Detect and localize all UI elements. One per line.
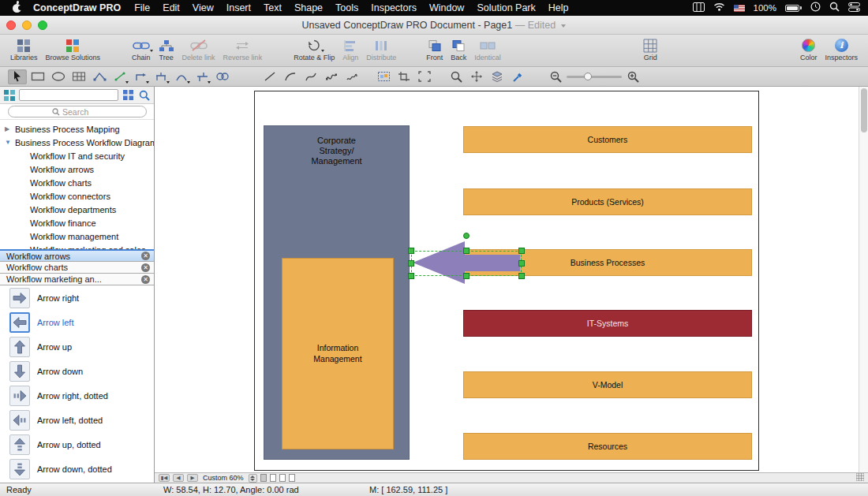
tree-item-workflow-arrows[interactable]: Workflow arrows xyxy=(0,162,154,176)
shape-products-services[interactable]: Products (Services) xyxy=(463,188,752,215)
menu-insert[interactable]: Insert xyxy=(220,2,257,13)
fullscreen-button[interactable] xyxy=(38,21,47,30)
panel-search-button[interactable] xyxy=(137,88,152,102)
selection-handle[interactable] xyxy=(408,260,414,267)
tree-item-workflow-charts[interactable]: Workflow charts xyxy=(0,176,154,189)
close-library-icon[interactable]: ✕ xyxy=(141,263,150,272)
shape-item-arrow-left[interactable]: Arrow left xyxy=(0,310,154,334)
shape-item-arrow-right-dotted[interactable]: Arrow right, dotted xyxy=(0,383,154,408)
tree-item-workflow-connectors[interactable]: Workflow connectors xyxy=(0,189,154,203)
menu-help[interactable]: Help xyxy=(542,2,575,13)
shape-it-systems[interactable]: IT-Systems xyxy=(463,310,752,337)
tree-item-workflow-marketing-sales[interactable]: Workflow marketing and sales xyxy=(0,243,154,249)
document-page[interactable]: Corporate Strategy/ Management Informati… xyxy=(254,91,759,471)
layers-tool[interactable] xyxy=(488,69,507,84)
shape-v-model[interactable]: V-Model xyxy=(463,371,752,398)
libraries-button[interactable]: Libraries xyxy=(6,36,42,62)
page-tab[interactable] xyxy=(270,474,276,482)
delete-link-button[interactable]: Delete link xyxy=(178,36,219,62)
menu-tools[interactable]: Tools xyxy=(329,2,365,13)
close-library-icon[interactable]: ✕ xyxy=(141,252,150,260)
canvas-viewport[interactable]: Corporate Strategy/ Management Informati… xyxy=(155,87,868,472)
distribute-button[interactable]: Distribute xyxy=(362,36,400,62)
rectangle-tool[interactable] xyxy=(28,69,47,84)
ellipse-tool[interactable] xyxy=(49,69,68,84)
library-list-button[interactable] xyxy=(2,88,17,102)
identical-button[interactable]: Identical xyxy=(470,36,505,62)
menu-text[interactable]: Text xyxy=(257,2,288,13)
crop-tool[interactable] xyxy=(395,69,413,84)
rotation-handle[interactable] xyxy=(463,233,470,239)
eyedropper-tool[interactable] xyxy=(508,69,527,84)
shape-resources[interactable]: Resources xyxy=(463,433,752,460)
control-center-icon[interactable] xyxy=(848,2,860,14)
input-language-flag-icon[interactable] xyxy=(734,5,745,12)
selection-handle[interactable] xyxy=(463,273,470,279)
selection-handle[interactable] xyxy=(463,248,470,254)
tree-item-workflow-it-security[interactable]: Workflow IT and security xyxy=(0,149,154,162)
shape-item-arrow-down[interactable]: Arrow down xyxy=(0,359,154,383)
zoom-in-button[interactable] xyxy=(623,69,642,84)
reverse-link-button[interactable]: Reverse link xyxy=(219,36,267,62)
browse-solutions-button[interactable]: Browse Solutions xyxy=(42,36,105,62)
shape-item-arrow-down-dotted[interactable]: Arrow down, dotted xyxy=(0,457,154,481)
app-menu[interactable]: ConceptDraw PRO xyxy=(26,2,128,13)
frame-tool[interactable] xyxy=(415,69,434,84)
page-tab[interactable] xyxy=(289,474,295,482)
align-button[interactable]: Align xyxy=(339,36,362,62)
grid-view-button[interactable] xyxy=(121,88,135,102)
bezier-tool[interactable] xyxy=(301,69,320,84)
direct-connector-tool[interactable] xyxy=(110,69,129,84)
back-button[interactable]: Back xyxy=(447,36,470,62)
shape-corporate-strategy-management[interactable]: Corporate Strategy/ Management Informati… xyxy=(264,125,410,460)
selection-handle[interactable] xyxy=(408,273,414,279)
title-bar[interactable]: Unsaved ConceptDraw PRO Document - Page1… xyxy=(0,16,868,35)
shape-information-management[interactable]: Information Management xyxy=(282,258,394,449)
tree-button[interactable]: Tree xyxy=(155,36,178,62)
disclosure-collapsed-icon[interactable]: ▶ xyxy=(5,125,12,132)
color-button[interactable]: Color xyxy=(796,36,821,62)
menu-window[interactable]: Window xyxy=(423,2,470,13)
zoom-tool[interactable] xyxy=(447,69,466,84)
shape-item-arrow-up-dotted[interactable]: Arrow up, dotted xyxy=(0,432,154,457)
search-input[interactable] xyxy=(62,107,102,117)
group-tool[interactable] xyxy=(374,69,393,84)
tree-item-business-process-mapping[interactable]: ▶ Business Process Mapping xyxy=(0,122,154,136)
clock-icon[interactable] xyxy=(810,2,821,14)
curve-connector-tool[interactable] xyxy=(172,69,191,84)
menu-edit[interactable]: Edit xyxy=(156,2,186,13)
tree-item-workflow-departments[interactable]: Workflow departments xyxy=(0,203,154,216)
tree-item-workflow-finance[interactable]: Workflow finance xyxy=(0,216,154,229)
page-tab[interactable] xyxy=(260,474,267,482)
rotate-flip-button[interactable]: Rotate & Flip xyxy=(290,36,339,62)
menu-inspectors[interactable]: Inspectors xyxy=(365,2,423,13)
app-extra-icon[interactable] xyxy=(693,2,705,14)
library-tab-workflow-arrows[interactable]: Workflow arrows ✕ xyxy=(0,249,154,261)
menu-file[interactable]: File xyxy=(128,2,156,13)
shape-item-arrow-up[interactable]: Arrow up xyxy=(0,334,154,359)
chain-connector-tool[interactable] xyxy=(213,69,232,84)
pan-tool[interactable] xyxy=(467,69,486,84)
shape-item-arrow-left-dotted[interactable]: Arrow left, dotted xyxy=(0,408,154,432)
tree-connector-tool[interactable] xyxy=(152,69,170,84)
tree-item-workflow-management[interactable]: Workflow management xyxy=(0,229,154,243)
tree-item-business-process-workflow-diagrams[interactable]: ▼ Business Process Workflow Diagrams xyxy=(0,136,154,149)
page-list-button[interactable]: ▮◀ xyxy=(159,474,170,482)
scrollbar-thumb[interactable] xyxy=(861,88,867,132)
menu-view[interactable]: View xyxy=(186,2,220,13)
pointer-tool[interactable] xyxy=(8,69,27,84)
freehand-tool[interactable] xyxy=(342,69,361,84)
table-tool[interactable] xyxy=(69,69,88,84)
zoom-slider[interactable] xyxy=(567,69,622,84)
spline-tool[interactable] xyxy=(322,69,341,84)
elbow-connector-tool[interactable] xyxy=(131,69,150,84)
apple-menu[interactable] xyxy=(8,4,26,13)
polyline-tool[interactable] xyxy=(90,69,109,84)
menu-solution-park[interactable]: Solution Park xyxy=(470,2,541,13)
shape-customers[interactable]: Customers xyxy=(463,126,752,153)
vertical-scrollbar[interactable] xyxy=(859,87,868,472)
selection-handle[interactable] xyxy=(518,248,525,254)
close-button[interactable] xyxy=(6,21,16,30)
shape-item-arrow-right[interactable]: Arrow right xyxy=(0,285,154,310)
bus-connector-tool[interactable] xyxy=(193,69,211,84)
